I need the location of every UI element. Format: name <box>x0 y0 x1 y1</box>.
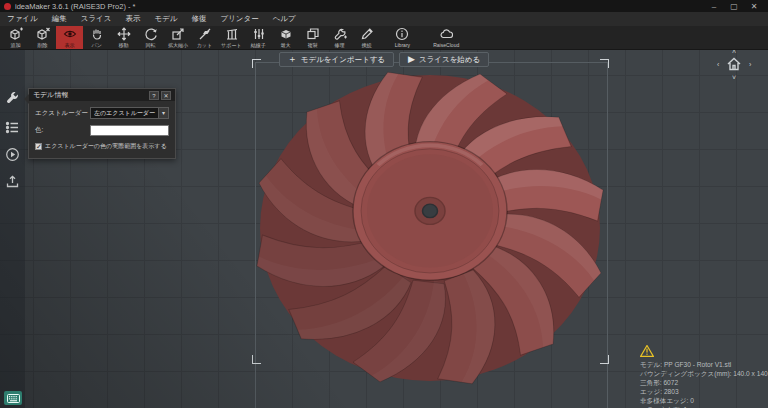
cut-icon <box>198 27 212 41</box>
toolbar-button-label: カット <box>197 42 213 48</box>
extruder-color-checkbox-label: エクストルーダーの色の実際範囲を表示する <box>45 142 167 151</box>
app-logo-icon <box>4 3 11 10</box>
toolbar-button-15[interactable]: RaiseCloud <box>424 26 468 49</box>
menu-item-5[interactable]: 修復 <box>184 12 213 26</box>
toolbar-button-label: 表示 <box>64 42 74 48</box>
menu-item-0[interactable]: ファイル <box>0 12 45 26</box>
upload-icon[interactable] <box>5 174 20 189</box>
start-slice-label: スライスを始める <box>419 55 480 65</box>
toolbar-button-4[interactable]: 移動 <box>110 26 137 49</box>
toolbar-button-label: パン <box>91 42 101 48</box>
toolbar-button-label: 回転 <box>145 42 155 48</box>
toolbar-button-label: 削除 <box>37 42 47 48</box>
menu-item-3[interactable]: 表示 <box>118 12 147 26</box>
model-info-panel: モデル情報 ? ✕ エクストルーダー 左のエクストルーダー ▾ 色: ✓ <box>28 88 176 159</box>
import-model-label: モデルをインポートする <box>301 55 385 65</box>
chevron-down-icon[interactable]: ▾ <box>158 108 168 118</box>
pencil-icon <box>360 27 374 41</box>
clone-icon <box>306 27 320 41</box>
toolbar-button-3[interactable]: パン <box>83 26 110 49</box>
move-arrows-icon <box>117 27 131 41</box>
ideamaker-window: ideaMaker 3.6.1 (RAISE3D Pro2) - * – ▢ ✕… <box>0 0 768 408</box>
title-bar: ideaMaker 3.6.1 (RAISE3D Pro2) - * – ▢ ✕ <box>0 0 768 12</box>
rotor-hub <box>353 142 507 281</box>
toolbar-button-label: 複製 <box>307 42 317 48</box>
viewport-3d[interactable]: ＋ モデルをインポートする ▶ スライスを始める ˄ ˅ ‹ › <box>0 50 768 408</box>
rotor-model-3d[interactable] <box>230 50 630 408</box>
toolbar-button-2[interactable]: 表示 <box>56 26 83 49</box>
toolbar-button-13[interactable]: 接続 <box>353 26 380 49</box>
toolbar-button-1[interactable]: 削除 <box>29 26 56 49</box>
toolbar-button-label: 最大 <box>280 42 290 48</box>
model-stat-row: エッジ: 2803 <box>640 387 766 396</box>
toolbar-button-6[interactable]: 拡大縮小 <box>164 26 191 49</box>
menu-bar: ファイル編集スライス表示モデル修復プリンターヘルプ <box>0 12 768 26</box>
extruder-dropdown[interactable]: 左のエクストルーダー ▾ <box>90 107 169 119</box>
plus-icon: ＋ <box>288 55 297 64</box>
toolbar-button-8[interactable]: サポート <box>218 26 245 49</box>
import-model-button[interactable]: ＋ モデルをインポートする <box>279 52 394 67</box>
toolbar-button-label: 拡大縮小 <box>167 42 187 48</box>
model-stat-row: バウンディングボックス(mm): 140.0 x 140.0 x 17.0 <box>640 369 766 378</box>
scale-icon <box>171 27 185 41</box>
maximize-button[interactable]: ▢ <box>724 2 744 11</box>
color-label: 色: <box>35 126 90 135</box>
model-stat-row: モデル: PP GF30 - Rotor V1.stl <box>640 360 766 369</box>
toolbar-button-14[interactable]: Library <box>380 26 424 49</box>
toolbar-button-label: サポート <box>221 42 242 48</box>
model-stat-row: 三角形: 6072 <box>640 378 766 387</box>
window-title: ideaMaker 3.6.1 (RAISE3D Pro2) - * <box>15 2 704 11</box>
panel-close-button[interactable]: ✕ <box>161 91 171 100</box>
toolbar-button-11[interactable]: 複製 <box>299 26 326 49</box>
rotate-down-icon[interactable]: ˅ <box>732 74 736 81</box>
toolbar-button-7[interactable]: カット <box>191 26 218 49</box>
menu-item-1[interactable]: 編集 <box>45 12 74 26</box>
rotate-icon <box>144 27 158 41</box>
extruder-color-checkbox[interactable]: ✓ <box>35 143 42 150</box>
color-input[interactable] <box>90 125 169 136</box>
menu-item-7[interactable]: ヘルプ <box>266 12 303 26</box>
toolbar-button-label: 追加 <box>10 42 20 48</box>
sliders-icon <box>252 27 266 41</box>
eye-icon <box>63 27 77 41</box>
toolbar-button-label: Library <box>394 42 409 48</box>
start-slice-button[interactable]: ▶ スライスを始める <box>399 52 489 67</box>
cloud-icon <box>439 27 453 41</box>
max-fit-icon <box>279 27 293 41</box>
play-icon: ▶ <box>408 55 415 64</box>
extruder-selected-value: 左のエクストルーダー <box>94 109 158 118</box>
toolbar-button-label: 移動 <box>118 42 128 48</box>
panel-title: モデル情報 <box>33 90 147 100</box>
pan-hand-icon <box>90 27 104 41</box>
add-cube-icon <box>9 27 23 41</box>
menu-item-2[interactable]: スライス <box>74 12 119 26</box>
toolbar-button-label: 接続 <box>361 42 371 48</box>
toolbar-button-9[interactable]: 結線子 <box>245 26 272 49</box>
model-stat-row: 非多様体エッジ: 0 <box>640 396 766 405</box>
play-circle-icon[interactable] <box>5 147 20 162</box>
extruder-label: エクストルーダー <box>35 109 90 118</box>
repair-wrench-icon <box>333 27 347 41</box>
toolbar-button-label: RaiseCloud <box>433 42 459 48</box>
toolbar-button-10[interactable]: 最大 <box>272 26 299 49</box>
list-icon[interactable] <box>5 120 20 135</box>
toolbar-button-label: 修理 <box>334 42 344 48</box>
toolbar-button-12[interactable]: 修理 <box>326 26 353 49</box>
warning-icon <box>640 345 653 356</box>
wrench-icon[interactable] <box>5 90 20 105</box>
support-icon <box>225 27 239 41</box>
toolbar: 追加削除表示パン移動回転拡大縮小カットサポート結線子最大複製修理接続Librar… <box>0 26 768 50</box>
close-button[interactable]: ✕ <box>744 2 764 11</box>
minimize-button[interactable]: – <box>704 2 724 11</box>
panel-help-button[interactable]: ? <box>149 91 159 100</box>
toolbar-button-5[interactable]: 回転 <box>137 26 164 49</box>
delete-cube-icon <box>36 27 50 41</box>
model-stats: モデル: PP GF30 - Rotor V1.stlバウンディングボックス(m… <box>640 345 766 408</box>
toolbar-button-0[interactable]: 追加 <box>2 26 29 49</box>
menu-item-4[interactable]: モデル <box>147 12 184 26</box>
library-info-icon <box>395 27 409 41</box>
model-info-panel-header[interactable]: モデル情報 ? ✕ <box>29 89 175 101</box>
menu-item-6[interactable]: プリンター <box>213 12 265 26</box>
touch-keyboard-icon[interactable] <box>4 391 22 405</box>
toolbar-button-label: 結線子 <box>251 42 266 48</box>
